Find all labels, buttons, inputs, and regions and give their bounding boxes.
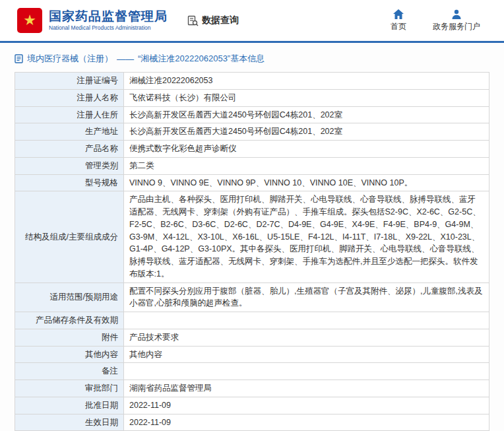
page-title: “湘械注准20222062053”基本信息	[138, 53, 265, 65]
row-label-text: 注册人住所	[77, 110, 119, 119]
row-label: 附件	[15, 329, 124, 346]
row-label: 审批部门	[15, 380, 124, 397]
national-emblem-logo: ★	[17, 8, 42, 33]
row-value-text: 其他内容	[129, 350, 162, 359]
row-value	[124, 312, 489, 329]
row-value-text: 配置不同探头分别应用于腹部（脏器、胎儿）,生殖器官（子宫及其附件、泌尿）,儿童腹…	[129, 286, 482, 308]
row-label: 结构及组成/主要组成成分	[15, 191, 124, 282]
table-row: 生效日期2022-11-09	[15, 414, 489, 431]
row-label: 备注	[15, 363, 124, 380]
table-row: 批准日期2022-11-09	[15, 397, 489, 414]
row-label-text: 管理类别	[85, 161, 118, 170]
row-value-text: 湘械注准20222062053	[129, 76, 212, 85]
row-label-text: 产品储存条件及有效期	[36, 315, 118, 325]
header: ★ 国家药品监督管理局 National Medical Products Ad…	[0, 0, 504, 41]
row-label-text: 备注	[102, 366, 118, 376]
table-row: 管理类别第二类	[15, 157, 489, 174]
row-label: 注册人名称	[15, 89, 124, 106]
row-value: 其他内容	[124, 346, 489, 363]
row-label: 其他内容	[15, 346, 124, 363]
row-value: 湘械注准20222062053	[124, 73, 489, 90]
nav-home-label: 首页	[391, 21, 406, 32]
row-value: 长沙高新开发区岳麓西大道2450号环创园C4栋201、202室	[124, 106, 489, 123]
table-row: 审批部门湖南省药品监督管理局	[15, 380, 489, 397]
row-label: 批准日期	[15, 397, 124, 414]
row-value-text: 便携式数字化彩色超声诊断仪	[129, 144, 237, 153]
table-row: 注册人住所长沙高新开发区岳麓西大道2450号环创园C4栋201、202室	[15, 106, 489, 123]
row-label-text: 注册人名称	[77, 93, 119, 102]
row-label: 适用范围/预期用途	[15, 282, 124, 312]
row-label-text: 型号规格	[85, 178, 118, 187]
table-row: 适用范围/预期用途配置不同探头分别应用于腹部（脏器、胎儿）,生殖器官（子宫及其附…	[15, 282, 489, 312]
row-label-text: 适用范围/预期用途	[50, 292, 118, 302]
row-label: 管理类别	[15, 157, 124, 174]
row-label: 注册人住所	[15, 106, 124, 123]
row-label: 生产地址	[15, 123, 124, 141]
row-label: 注册证编号	[15, 73, 124, 90]
row-label-text: 生效日期	[85, 418, 118, 427]
agency-title-block: 国家药品监督管理局 National Medical Products Admi…	[49, 9, 168, 32]
table-row: 型号规格VINNO 9、VINNO 9E、VINNO 9P、VINNO 10、V…	[15, 174, 489, 191]
info-table-body: 注册证编号湘械注准20222062053注册人名称飞依诺科技（长沙）有限公司注册…	[15, 73, 489, 431]
row-value: 2022-11-09	[124, 397, 489, 414]
table-row: 产品名称便携式数字化彩色超声诊断仪	[15, 141, 489, 158]
breadcrumb-dash: ——	[117, 54, 134, 64]
row-label: 产品储存条件及有效期	[15, 312, 124, 329]
row-value: VINNO 9、VINNO 9E、VINNO 9P、VINNO 10、VINNO…	[124, 174, 489, 191]
row-value-text: 2022-11-09	[129, 401, 171, 410]
row-value: 2022-11-09	[124, 414, 489, 431]
breadcrumb: 境内医疗器械（注册） —— “湘械注准20222062053”基本信息	[0, 43, 504, 72]
row-value-text: 湖南省药品监督管理局	[129, 383, 212, 393]
user-icon	[451, 9, 462, 19]
row-label-text: 产品名称	[85, 144, 118, 153]
row-label: 产品名称	[15, 141, 124, 158]
info-table: 注册证编号湘械注准20222062053注册人名称飞依诺科技（长沙）有限公司注册…	[15, 72, 489, 431]
header-nav: 首页 政务服务门户	[391, 9, 487, 32]
row-value-text: 2022-11-09	[129, 418, 171, 427]
data-query-label: 数据查询	[202, 15, 239, 26]
table-row: 产品储存条件及有效期	[15, 312, 489, 329]
table-row: 其他内容其他内容	[15, 346, 489, 363]
row-value-text: 产品技术要求	[129, 333, 179, 342]
table-row: 备注	[15, 363, 489, 380]
row-value-text: 第二类	[129, 161, 154, 170]
row-label-text: 批准日期	[85, 401, 118, 410]
row-value-text: VINNO 9、VINNO 9E、VINNO 9P、VINNO 10、VINNO…	[129, 178, 412, 187]
row-value-text: 长沙高新开发区岳麓西大道2450号环创园C4栋201、202室	[129, 127, 342, 136]
agency-name-en: National Medical Products Administration	[49, 25, 168, 32]
table-row: 生产地址长沙高新开发区岳麓西大道2450号环创园C4栋201、202室	[15, 123, 489, 141]
table-row: 附件产品技术要求	[15, 329, 489, 346]
row-label-text: 结构及组成/主要组成成分	[25, 232, 118, 242]
nav-portal[interactable]: 政务服务门户	[433, 9, 480, 32]
row-label-text: 生产地址	[85, 127, 118, 136]
row-value: 配置不同探头分别应用于腹部（脏器、胎儿）,生殖器官（子宫及其附件、泌尿）,儿童腹…	[124, 282, 489, 312]
row-label-text: 注册证编号	[77, 76, 119, 85]
agency-name-cn: 国家药品监督管理局	[49, 9, 168, 24]
row-value-text: 产品由主机、各种探头、医用打印机、脚踏开关、心电导联线、心音导联线、脉搏导联线、…	[129, 195, 481, 279]
row-label: 型号规格	[15, 174, 124, 191]
nav-portal-label: 政务服务门户	[433, 21, 480, 32]
table-row: 注册人名称飞依诺科技（长沙）有限公司	[15, 89, 489, 106]
row-value: 第二类	[124, 157, 489, 174]
info-table-wrap: 注册证编号湘械注准20222062053注册人名称飞依诺科技（长沙）有限公司注册…	[15, 72, 489, 431]
row-label-text: 审批部门	[85, 383, 118, 393]
nav-home[interactable]: 首页	[391, 9, 406, 32]
row-value: 飞依诺科技（长沙）有限公司	[124, 89, 489, 106]
breadcrumb-section[interactable]: 境内医疗器械（注册）	[27, 53, 113, 65]
table-row: 结构及组成/主要组成成分产品由主机、各种探头、医用打印机、脚踏开关、心电导联线、…	[15, 191, 489, 282]
home-icon	[393, 9, 404, 19]
row-value	[124, 363, 489, 380]
document-icon	[15, 54, 23, 63]
row-value: 便携式数字化彩色超声诊断仪	[124, 141, 489, 158]
row-label: 生效日期	[15, 414, 124, 431]
row-value: 产品由主机、各种探头、医用打印机、脚踏开关、心电导联线、心音导联线、脉搏导联线、…	[124, 191, 489, 282]
data-query-button[interactable]: 数据查询	[187, 15, 239, 26]
row-label-text: 其他内容	[85, 350, 118, 359]
table-row: 注册证编号湘械注准20222062053	[15, 73, 489, 90]
row-value: 长沙高新开发区岳麓西大道2450号环创园C4栋201、202室	[124, 123, 489, 141]
row-value-text: 长沙高新开发区岳麓西大道2450号环创园C4栋201、202室	[129, 110, 342, 119]
data-query-icon	[187, 15, 199, 26]
row-label-text: 附件	[102, 333, 118, 342]
row-value: 湖南省药品监督管理局	[124, 380, 489, 397]
row-value: 产品技术要求	[124, 329, 489, 346]
